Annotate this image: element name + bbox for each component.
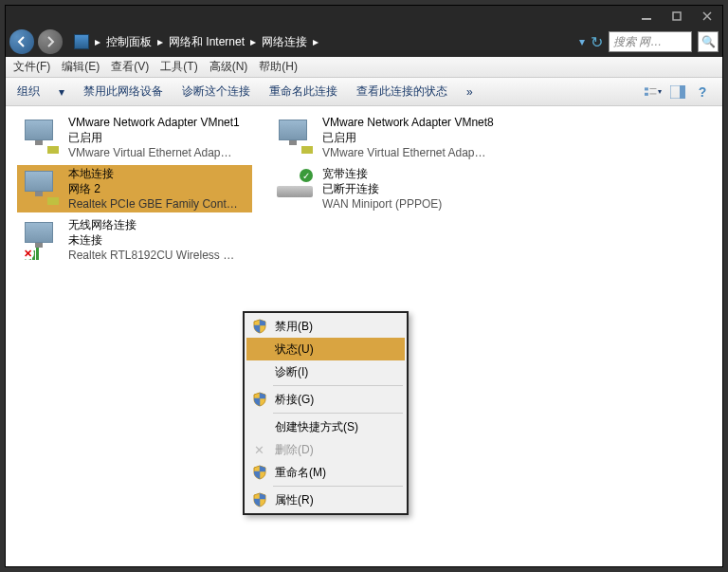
view-options-icon[interactable]: ▾ bbox=[645, 84, 662, 100]
connection-item[interactable]: ✓宽带连接已断开连接WAN Miniport (PPPOE) bbox=[271, 165, 506, 212]
connection-item[interactable]: VMware Network Adapter VMnet1已启用VMware V… bbox=[17, 114, 252, 161]
svg-rect-7 bbox=[680, 85, 685, 99]
chevron-right-icon: ▸ bbox=[313, 35, 318, 48]
menu-separator bbox=[273, 413, 403, 414]
menu-help[interactable]: 帮助(H) bbox=[259, 59, 298, 75]
svg-rect-1 bbox=[673, 12, 681, 20]
connection-icon bbox=[275, 118, 317, 157]
connection-text: VMware Network Adapter VMnet8已启用VMware V… bbox=[322, 115, 494, 161]
nav-bar: ▸ 控制面板 ▸ 网络和 Internet ▸ 网络连接 ▸ ▾ ↻ 搜索 网…… bbox=[6, 27, 722, 57]
svg-rect-0 bbox=[642, 18, 651, 20]
connection-device: Realtek RTL8192CU Wireless … bbox=[68, 248, 234, 263]
close-button[interactable] bbox=[696, 8, 719, 25]
connection-status: 未连接 bbox=[68, 232, 234, 248]
menu-separator bbox=[273, 385, 403, 386]
search-button[interactable]: 🔍 bbox=[698, 31, 719, 52]
menu-tools[interactable]: 工具(T) bbox=[160, 59, 197, 75]
chevron-right-icon: ▸ bbox=[157, 35, 163, 48]
connection-device: Realtek PCIe GBE Family Cont… bbox=[68, 196, 238, 212]
connection-name: 本地连接 bbox=[68, 166, 238, 181]
search-placeholder: 搜索 网… bbox=[613, 34, 662, 50]
connection-device: WAN Miniport (PPPOE) bbox=[322, 196, 442, 212]
connection-item[interactable]: VMware Network Adapter VMnet8已启用VMware V… bbox=[271, 114, 506, 161]
chevron-down-icon[interactable]: ▾ bbox=[579, 35, 585, 48]
menu-item-label: 诊断(I) bbox=[275, 364, 308, 380]
breadcrumb-item[interactable]: 网络和 Internet bbox=[169, 34, 245, 50]
connection-icon: ✕ bbox=[21, 220, 63, 260]
menu-file[interactable]: 文件(F) bbox=[13, 59, 50, 75]
connection-list: VMware Network Adapter VMnet1已启用VMware V… bbox=[17, 114, 711, 264]
connection-name: VMware Network Adapter VMnet8 bbox=[322, 115, 494, 130]
nav-forward-button[interactable] bbox=[38, 29, 63, 54]
context-menu-item[interactable]: 创建快捷方式(S) bbox=[246, 415, 405, 438]
command-bar: 组织▾ 禁用此网络设备 诊断这个连接 重命名此连接 查看此连接的状态 » ▾ ? bbox=[6, 78, 722, 106]
shield-icon bbox=[252, 319, 267, 334]
menu-item-label: 重命名(M) bbox=[275, 465, 326, 481]
context-menu: 禁用(B)状态(U)诊断(I)桥接(G)创建快捷方式(S)✕删除(D)重命名(M… bbox=[243, 311, 409, 515]
shield-icon bbox=[252, 465, 267, 480]
delete-icon: ✕ bbox=[254, 443, 264, 457]
connection-status: 已断开连接 bbox=[322, 181, 442, 196]
organize-button[interactable]: 组织 bbox=[17, 83, 40, 100]
watermark-text: 系统之家 bbox=[665, 537, 715, 553]
more-button[interactable]: » bbox=[466, 85, 473, 99]
connection-item[interactable]: 本地连接网络 2Realtek PCIe GBE Family Cont… bbox=[17, 165, 252, 212]
context-menu-item[interactable]: 诊断(I) bbox=[246, 360, 405, 383]
menu-edit[interactable]: 编辑(E) bbox=[62, 59, 100, 75]
explorer-window: ▸ 控制面板 ▸ 网络和 Internet ▸ 网络连接 ▸ ▾ ↻ 搜索 网…… bbox=[5, 5, 723, 567]
view-status-button[interactable]: 查看此连接的状态 bbox=[356, 83, 447, 100]
help-icon[interactable]: ? bbox=[694, 84, 711, 100]
connection-item[interactable]: ✕无线网络连接未连接Realtek RTL8192CU Wireless … bbox=[17, 216, 252, 264]
svg-rect-5 bbox=[649, 93, 656, 94]
maximize-button[interactable] bbox=[665, 8, 688, 25]
breadcrumb-item[interactable]: 网络连接 bbox=[262, 34, 307, 50]
menu-item-label: 禁用(B) bbox=[275, 319, 313, 335]
shield-icon bbox=[252, 392, 267, 407]
context-menu-item[interactable]: 桥接(G) bbox=[246, 388, 405, 411]
control-panel-icon bbox=[74, 34, 89, 49]
preview-pane-icon[interactable] bbox=[669, 84, 686, 100]
connection-text: 无线网络连接未连接Realtek RTL8192CU Wireless … bbox=[68, 217, 234, 264]
connection-text: 本地连接网络 2Realtek PCIe GBE Family Cont… bbox=[68, 166, 238, 212]
connection-text: 宽带连接已断开连接WAN Miniport (PPPOE) bbox=[322, 166, 442, 212]
context-menu-item[interactable]: 状态(U) bbox=[246, 338, 405, 360]
connection-status: 已启用 bbox=[68, 130, 240, 145]
menu-separator bbox=[273, 486, 403, 487]
connection-device: VMware Virtual Ethernet Adap… bbox=[322, 145, 494, 160]
menu-item-label: 状态(U) bbox=[275, 341, 314, 358]
menu-item-label: 删除(D) bbox=[275, 442, 314, 458]
titlebar bbox=[6, 6, 722, 27]
diagnose-button[interactable]: 诊断这个连接 bbox=[182, 83, 250, 100]
connection-icon bbox=[21, 118, 63, 157]
context-menu-item[interactable]: 属性(R) bbox=[246, 489, 405, 511]
menu-view[interactable]: 查看(V) bbox=[111, 59, 149, 75]
connection-status: 网络 2 bbox=[68, 181, 238, 196]
svg-rect-2 bbox=[645, 87, 648, 90]
connection-icon bbox=[21, 169, 63, 209]
nav-back-button[interactable] bbox=[9, 29, 34, 54]
context-menu-item: ✕删除(D) bbox=[246, 438, 405, 461]
connection-name: 无线网络连接 bbox=[68, 217, 234, 232]
connection-device: VMware Virtual Ethernet Adap… bbox=[68, 145, 240, 160]
context-menu-item[interactable]: 重命名(M) bbox=[246, 461, 405, 484]
menu-item-label: 创建快捷方式(S) bbox=[275, 419, 358, 435]
shield-icon bbox=[252, 492, 267, 507]
disable-device-button[interactable]: 禁用此网络设备 bbox=[83, 83, 163, 100]
menu-item-label: 桥接(G) bbox=[275, 392, 314, 408]
menu-bar: 文件(F) 编辑(E) 查看(V) 工具(T) 高级(N) 帮助(H) bbox=[6, 57, 722, 78]
connection-name: 宽带连接 bbox=[322, 166, 442, 181]
refresh-icon[interactable]: ↻ bbox=[591, 33, 603, 51]
menu-advanced[interactable]: 高级(N) bbox=[209, 59, 248, 75]
minimize-button[interactable] bbox=[635, 8, 658, 25]
rename-button[interactable]: 重命名此连接 bbox=[269, 83, 337, 100]
connection-name: VMware Network Adapter VMnet1 bbox=[68, 115, 240, 130]
chevron-right-icon: ▸ bbox=[250, 35, 256, 48]
menu-item-label: 属性(R) bbox=[275, 492, 314, 508]
context-menu-item[interactable]: 禁用(B) bbox=[246, 315, 405, 338]
breadcrumb[interactable]: ▸ 控制面板 ▸ 网络和 Internet ▸ 网络连接 ▸ bbox=[66, 34, 575, 50]
search-input[interactable]: 搜索 网… bbox=[609, 31, 692, 52]
breadcrumb-item[interactable]: 控制面板 bbox=[106, 34, 152, 50]
content-area: VMware Network Adapter VMnet1已启用VMware V… bbox=[6, 106, 722, 566]
watermark: 系统之家 bbox=[626, 530, 715, 559]
connection-status: 已启用 bbox=[322, 130, 494, 145]
